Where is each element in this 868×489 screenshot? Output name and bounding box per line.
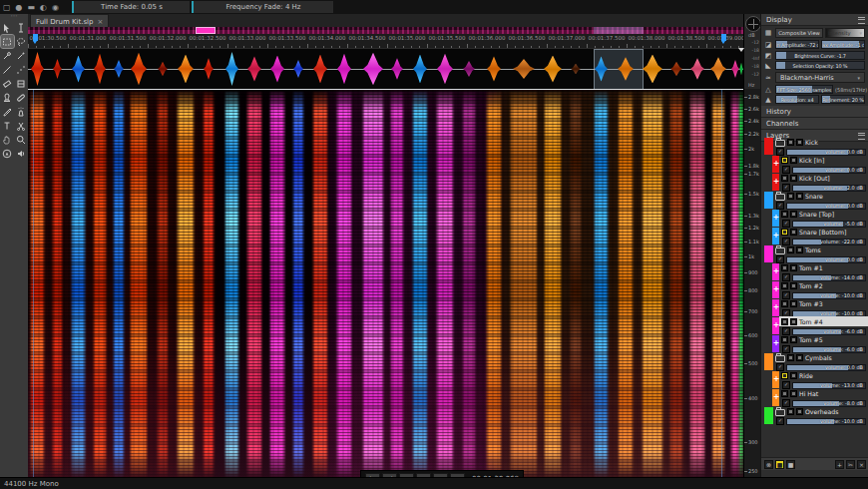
layer-mute-button[interactable] xyxy=(790,229,797,236)
waveform-strip[interactable] xyxy=(28,48,743,90)
layer-color-swatch[interactable] xyxy=(772,281,779,298)
layer-color-swatch[interactable] xyxy=(764,138,773,155)
layer-name-row[interactable]: Kick xyxy=(775,138,867,147)
layer-row[interactable]: Toms✓volume: 0.0 dB xyxy=(761,245,868,263)
layer-mute-button[interactable] xyxy=(790,211,797,218)
layer-mute-button[interactable] xyxy=(790,300,797,307)
frequency-fade-control[interactable]: Frequency Fade: 4 Hz xyxy=(192,1,333,13)
display-panel-header[interactable]: Display xyxy=(761,14,868,26)
layer-volume-slider[interactable]: volume: -10.0 dB xyxy=(786,418,866,425)
layer-mute-button[interactable] xyxy=(790,282,797,289)
spectrogram-canvas[interactable] xyxy=(28,89,743,478)
fft-size-slider[interactable]: FFT Size: 2560 samples xyxy=(775,85,833,94)
layer-color-swatch[interactable] xyxy=(772,317,779,334)
layer-solo-button[interactable] xyxy=(781,211,788,218)
layer-name-row[interactable]: Tom #5 xyxy=(781,335,867,344)
layer-row[interactable]: Kick [Out]✓volume: -2.0 dB xyxy=(761,174,868,192)
layer-mute-button[interactable] xyxy=(796,139,803,146)
playhead-flag[interactable] xyxy=(721,34,726,41)
brush-tool[interactable] xyxy=(1,105,14,118)
layer-volume-slider[interactable]: volume: -2.0 dB xyxy=(792,185,866,192)
layer-solo-button[interactable] xyxy=(781,229,788,236)
layer-solo-button[interactable] xyxy=(781,264,788,271)
layer-name-row[interactable]: Overheads xyxy=(775,407,867,416)
layer-volume-slider[interactable]: volume: -13.0 dB xyxy=(792,382,866,389)
orientation-tool[interactable] xyxy=(1,147,14,160)
eraser-tool[interactable] xyxy=(1,77,14,90)
line-tool[interactable] xyxy=(1,63,14,76)
resolution-slider[interactable]: Resolution: x4 xyxy=(775,95,819,104)
layer-volume-slider[interactable]: volume: 0.0 dB xyxy=(786,364,866,371)
layer-edit-checkbox[interactable]: ✓ xyxy=(782,220,790,228)
layer-row[interactable]: Ride✓volume: -13.0 dB xyxy=(761,371,868,389)
deselect-button[interactable]: ⊗ xyxy=(764,460,773,469)
composite-view-button[interactable]: Composite View xyxy=(775,28,823,38)
layer-row[interactable]: Cymbals✓volume: 0.0 dB xyxy=(761,353,868,371)
clone-stamp-tool[interactable] xyxy=(1,91,14,104)
layer-mute-button[interactable] xyxy=(790,264,797,271)
layer-edit-checkbox[interactable]: ✓ xyxy=(776,255,784,263)
layer-color-swatch[interactable] xyxy=(772,228,779,244)
layer-color-swatch[interactable] xyxy=(772,210,779,227)
layer-name-row[interactable]: Kick [In] xyxy=(781,156,867,165)
document-tab[interactable]: Full Drum Kit.slp × xyxy=(30,14,109,28)
layer-edit-checkbox[interactable]: ✓ xyxy=(782,381,790,389)
layer-solo-button[interactable] xyxy=(787,354,794,361)
layer-mute-button[interactable] xyxy=(790,157,797,164)
layer-volume-slider[interactable]: volume: -8.0 dB xyxy=(792,400,866,407)
layer-solo-button[interactable] xyxy=(787,408,794,415)
playback-tool[interactable] xyxy=(15,147,28,160)
capsule-icon[interactable]: ▬ xyxy=(28,3,36,12)
layer-solo-button[interactable] xyxy=(787,139,794,146)
layer-volume-slider[interactable]: volume: -6.0 dB xyxy=(792,346,866,353)
layer-row[interactable]: Snare [Top]✓volume: -5.0 dB xyxy=(761,210,868,228)
display-menu-icon[interactable] xyxy=(858,17,865,24)
layer-edit-checkbox[interactable]: ✓ xyxy=(782,291,790,299)
layer-row[interactable]: Tom #2✓volume: -10.0 dB xyxy=(761,281,868,299)
layer-row[interactable]: Tom #1✓volume: -14.0 dB xyxy=(761,263,868,281)
layer-volume-slider[interactable]: volume: 0.0 dB xyxy=(786,203,866,210)
layer-solo-button[interactable] xyxy=(781,372,788,379)
overview-view-marker[interactable] xyxy=(196,27,216,34)
layer-volume-slider[interactable]: volume: 0.0 dB xyxy=(786,256,866,263)
mute-mode-button[interactable]: ■ xyxy=(786,460,795,469)
layer-row[interactable]: Tom #4✓volume: -6.0 dB xyxy=(761,317,868,335)
split-layer-button[interactable]: ✂ xyxy=(846,460,855,469)
navigation-wheel[interactable] xyxy=(745,16,761,32)
layer-solo-button[interactable] xyxy=(781,318,788,325)
contrast-icon[interactable]: ◐ xyxy=(40,3,47,12)
layer-solo-button[interactable] xyxy=(787,193,794,200)
rectangle-selection-tool[interactable] xyxy=(1,35,14,48)
layer-solo-button[interactable] xyxy=(781,282,788,289)
layer-name-row[interactable]: Tom #2 xyxy=(781,281,867,290)
delete-layer-button[interactable]: × xyxy=(857,460,866,469)
layer-mute-button[interactable] xyxy=(790,336,797,343)
layer-edit-checkbox[interactable]: ✓ xyxy=(782,273,790,281)
lasso-selection-tool[interactable] xyxy=(15,35,28,48)
refinement-slider[interactable]: Refinement: 20 % xyxy=(821,95,865,104)
layer-edit-checkbox[interactable]: ✓ xyxy=(782,184,790,192)
layer-edit-checkbox[interactable]: ✓ xyxy=(782,345,790,353)
window-icon[interactable]: ▢ xyxy=(3,3,11,12)
layer-row[interactable]: Snare✓volume: 0.0 dB xyxy=(761,192,868,210)
layer-edit-checkbox[interactable]: ✓ xyxy=(776,417,784,425)
layer-color-swatch[interactable] xyxy=(772,371,779,388)
eyedropper-tool[interactable] xyxy=(1,49,14,62)
layer-mute-button[interactable] xyxy=(790,372,797,379)
layer-color-swatch[interactable] xyxy=(772,335,779,352)
layer-color-swatch[interactable] xyxy=(764,407,773,424)
zoom-tool[interactable] xyxy=(15,133,28,146)
layer-row[interactable]: Snare [Bottom]✓volume: -22.0 dB xyxy=(761,228,868,245)
layer-color-swatch[interactable] xyxy=(772,174,779,191)
layer-row[interactable]: Hi Hat✓volume: -8.0 dB xyxy=(761,389,868,407)
layer-volume-slider[interactable]: volume: -10.0 dB xyxy=(792,292,866,299)
cut-tool[interactable] xyxy=(15,119,28,132)
layer-edit-checkbox[interactable]: ✓ xyxy=(782,327,790,335)
layer-row[interactable]: Tom #3✓volume: -10.0 dB xyxy=(761,299,868,317)
time-fade-control[interactable]: Time Fade: 0.05 s xyxy=(72,1,190,13)
min-amplitude-slider[interactable]: Min Amplitude: -72 dB xyxy=(775,40,819,49)
layer-solo-button[interactable] xyxy=(781,336,788,343)
layer-mute-button[interactable] xyxy=(790,390,797,397)
layer-solo-button[interactable] xyxy=(787,246,794,253)
magic-wand-tool[interactable] xyxy=(15,49,28,62)
